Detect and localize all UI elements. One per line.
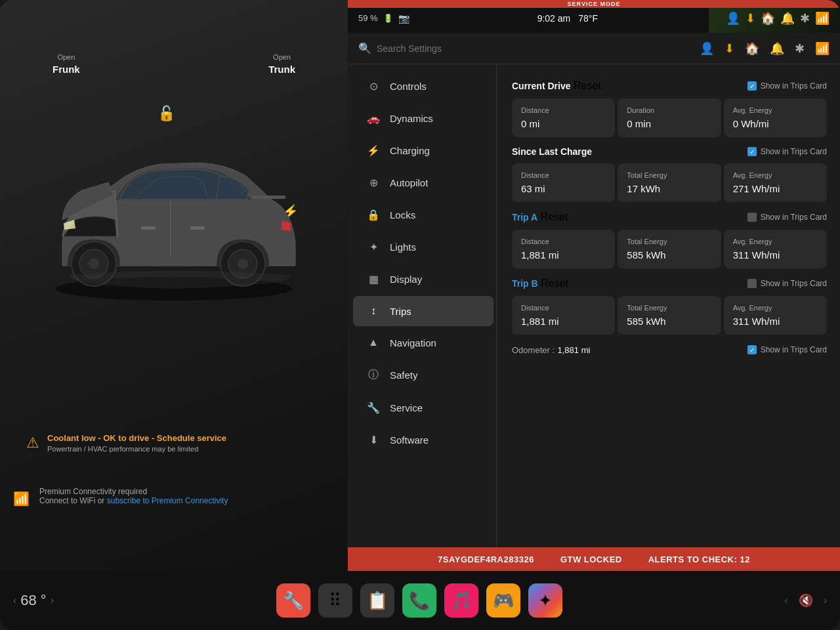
temp-decrease-button[interactable]: ‹ [13, 595, 16, 606]
navigation-icon: ▲ [366, 337, 381, 348]
current-drive-distance: Distance 0 mi [512, 98, 615, 137]
bluetooth-header-icon[interactable]: ✱ [795, 41, 805, 56]
car-visualization-panel: Open Frunk Open Trunk 🔓 ⚡ [0, 0, 348, 571]
nav-navigation[interactable]: ▲ Navigation [353, 327, 494, 358]
current-drive-title: Current Drive [512, 81, 570, 91]
lights-label: Lights [390, 242, 416, 253]
service-icon: 🔧 [366, 402, 381, 414]
download-header-icon[interactable]: ⬇ [724, 41, 734, 56]
nav-display[interactable]: ▦ Display [353, 264, 494, 295]
app-repair[interactable]: 🔧 [276, 583, 310, 618]
settings-nav: ⊙ Controls 🚗 Dynamics ⚡ Charging ⊕ Autop… [348, 64, 499, 571]
slc-avg-energy: Avg. Energy 271 Wh/mi [724, 163, 827, 202]
current-drive-reset[interactable]: Reset [574, 80, 601, 91]
gtw-status: GTW LOCKED [560, 555, 622, 564]
current-drive-checkbox: ✓ [747, 81, 757, 91]
temperature-display: 78°F [578, 13, 598, 24]
bell-icon[interactable]: 🔔 [780, 11, 795, 26]
nav-service[interactable]: 🔧 Service [353, 392, 494, 423]
home-icon[interactable]: 🏠 [761, 11, 775, 26]
current-drive-avg-energy: Avg. Energy 0 Wh/mi [724, 98, 827, 137]
home-header-icon[interactable]: 🏠 [745, 41, 759, 56]
trip-b-header: Trip B Reset ✓ Show in Trips Card [512, 278, 827, 289]
connectivity-line2: Connect to WiFi or [39, 496, 107, 505]
nav-prev-button[interactable]: ‹ [784, 595, 788, 606]
car-image [13, 66, 335, 341]
svg-rect-2 [141, 226, 156, 230]
odometer-row: Odometer : 1,881 mi ✓ Show in Trips Card [512, 344, 827, 356]
profile-icon[interactable]: 👤 [726, 11, 740, 26]
since-last-charge-title: Since Last Charge [512, 146, 592, 157]
app-notes[interactable]: 📋 [360, 583, 394, 618]
trip-a-header: Trip A Reset ✓ Show in Trips Card [512, 211, 827, 223]
charging-label: Charging [390, 145, 430, 156]
dynamics-label: Dynamics [390, 113, 433, 124]
signal-icon[interactable]: 📶 [815, 11, 830, 26]
nav-autopilot[interactable]: ⊕ Autopilot [353, 167, 494, 198]
nav-dynamics[interactable]: 🚗 Dynamics [353, 103, 494, 134]
battery-percentage: 59 % [358, 13, 378, 23]
nav-divider [496, 64, 497, 547]
nav-software[interactable]: ⬇ Software [353, 425, 494, 455]
app-misc[interactable]: ✦ [528, 583, 562, 618]
search-input[interactable] [377, 43, 694, 54]
temp-unit: ° [41, 592, 47, 609]
current-drive-duration: Duration 0 min [618, 98, 721, 137]
slc-total-energy: Total Energy 17 kWh [618, 163, 721, 202]
nav-next-button[interactable]: › [824, 595, 827, 606]
controls-icon: ⊙ [366, 80, 381, 93]
trip-a-avg-energy: Avg. Energy 311 Wh/mi [724, 230, 827, 268]
nav-safety[interactable]: ⓘ Safety [353, 359, 494, 391]
service-label: Service [390, 402, 423, 413]
nav-locks[interactable]: 🔒 Locks [353, 200, 494, 230]
connectivity-link[interactable]: subscribe to Premium Connectivity [107, 496, 228, 505]
nav-charging[interactable]: ⚡ Charging [353, 135, 494, 166]
trip-b-total-energy: Total Energy 585 kWh [618, 296, 721, 335]
current-drive-show-trips[interactable]: ✓ Show in Trips Card [747, 81, 827, 91]
trip-a-show-trips[interactable]: ✓ Show in Trips Card [747, 213, 827, 222]
app-games[interactable]: 🎮 [486, 583, 520, 618]
app-phone[interactable]: 📞 [402, 583, 436, 618]
trips-label: Trips [390, 306, 411, 317]
bluetooth-icon[interactable]: ✱ [800, 11, 810, 26]
trip-b-show-label: Show in Trips Card [761, 279, 827, 288]
since-last-charge-show-trips[interactable]: ✓ Show in Trips Card [747, 147, 827, 156]
warning-desc: Powertrain / HVAC performance may be lim… [47, 445, 226, 453]
temp-value: 68 [20, 592, 36, 609]
trip-a-total-energy: Total Energy 585 kWh [618, 230, 721, 268]
download-icon[interactable]: ⬇ [746, 11, 755, 26]
nav-lights[interactable]: ✦ Lights [353, 232, 494, 262]
trip-b-reset[interactable]: Reset [541, 278, 568, 289]
charging-icon: ⚡ [366, 144, 381, 157]
trip-a-stats: Distance 1,881 mi Total Energy 585 kWh A… [512, 230, 827, 268]
bottom-right-controls: ‹ 🔇 › [784, 593, 827, 608]
temp-increase-button[interactable]: › [51, 595, 54, 606]
since-last-charge-stats: Distance 63 mi Total Energy 17 kWh Avg. … [512, 163, 827, 202]
software-icon: ⬇ [366, 434, 381, 446]
software-label: Software [390, 434, 429, 446]
trip-a-reset[interactable]: Reset [541, 211, 568, 222]
trip-b-checkbox: ✓ [747, 279, 757, 288]
nav-controls[interactable]: ⊙ Controls [353, 71, 494, 102]
trip-b-show-trips[interactable]: ✓ Show in Trips Card [747, 279, 827, 288]
svg-point-9 [238, 259, 248, 269]
temperature-control: ‹ 68 ° › [13, 592, 54, 609]
svg-rect-3 [190, 226, 205, 230]
camera-icon: 📷 [398, 13, 410, 24]
app-menu[interactable]: ⠿ [318, 583, 352, 618]
app-music[interactable]: 🎵 [444, 583, 478, 618]
odometer-show-trips[interactable]: ✓ Show in Trips Card [747, 345, 827, 354]
profile-header-icon[interactable]: 👤 [700, 41, 714, 56]
since-last-charge-checkbox: ✓ [747, 147, 757, 156]
nav-trips[interactable]: ↕ Trips [353, 296, 494, 326]
bell-header-icon[interactable]: 🔔 [770, 41, 784, 56]
volume-icon[interactable]: 🔇 [799, 593, 813, 608]
trip-a-title: Trip A [512, 212, 537, 222]
odometer-show-label: Show in Trips Card [761, 345, 827, 354]
odometer-value: 1,881 mi [557, 345, 590, 355]
signal-header-icon[interactable]: 📶 [815, 41, 830, 56]
trip-b-stats: Distance 1,881 mi Total Energy 585 kWh A… [512, 296, 827, 335]
connectivity-area: Premium Connectivity required Connect to… [39, 487, 322, 505]
navigation-label: Navigation [390, 337, 436, 348]
warning-title: Coolant low - OK to drive - Schedule ser… [47, 433, 226, 443]
